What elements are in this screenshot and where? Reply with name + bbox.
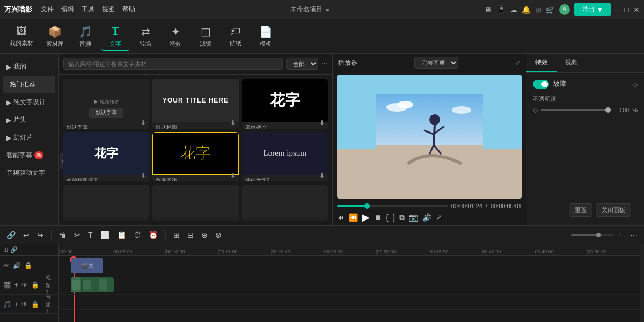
stop-button[interactable]: ⏹ — [374, 213, 382, 222]
tl-copy-button[interactable]: 📋 — [115, 230, 128, 240]
preview-title: 播放器 — [338, 58, 357, 68]
template-card-title[interactable]: YOUR TITLE HERE 默认标题 ⬇ — [152, 79, 238, 129]
minimize-button[interactable]: ─ — [615, 5, 620, 14]
audio-track-add-icon[interactable]: + — [14, 301, 18, 308]
template-card-yellow[interactable]: 花字 黄底黑边 ⬇ — [152, 132, 238, 182]
opacity-slider[interactable] — [541, 109, 611, 111]
maximize-button[interactable]: □ — [625, 5, 629, 14]
audio-label: 音频 — [79, 40, 91, 48]
tool-sticker[interactable]: 🏷 贴纸 — [222, 23, 250, 49]
opacity-pct: % — [632, 107, 638, 113]
tl-text-button[interactable]: T — [86, 230, 95, 240]
tl-more-options-button[interactable]: ⋯ — [628, 230, 640, 240]
tab-effects[interactable]: 特效 — [526, 54, 557, 72]
template-card-more-3[interactable] — [242, 185, 328, 221]
video-thumb-3 — [92, 277, 114, 292]
nav-slideshow[interactable]: ▶ 幻灯片 — [0, 129, 58, 147]
audio-track-eye-icon[interactable]: 👁 — [21, 301, 28, 308]
tl-cut-button[interactable]: ✂ — [72, 230, 83, 240]
library-label: 素材库 — [46, 40, 64, 48]
template-card-more-1[interactable] — [63, 185, 149, 221]
tl-insert-button[interactable]: ⊕ — [199, 230, 210, 240]
mark-button[interactable]: ⧉ — [399, 213, 405, 222]
tool-audio[interactable]: 🎵 音频 — [71, 23, 99, 50]
nav-hot[interactable]: 热门推荐 — [3, 76, 55, 93]
tool-my-media[interactable]: 🖼 我的素材 — [4, 23, 39, 49]
tl-undo-button[interactable]: ↩ — [21, 230, 32, 240]
tool-template[interactable]: 📄 模板 — [252, 23, 280, 50]
video-track-lock-icon[interactable]: 🔒 — [31, 281, 39, 289]
preview-expand-icon[interactable]: ⤢ — [515, 59, 521, 67]
frame-back-button[interactable]: ⏪ — [349, 213, 358, 222]
top-bar-right: 🖥 📱 ☁ 🔔 ⊞ 🛒 A 导出 ▼ ─ □ ✕ — [485, 3, 640, 16]
template-icon: 📄 — [259, 25, 273, 38]
menu-view[interactable]: 视图 — [102, 5, 115, 14]
in-point-button[interactable]: { — [386, 213, 389, 222]
nav-audio-driven[interactable]: 音频驱动文字 — [0, 164, 58, 182]
ruler-mark-1: 00:05:00 — [113, 249, 165, 255]
tl-split-button[interactable]: ⊟ — [185, 230, 196, 240]
template-card-lorem[interactable]: Lorem ipsum 基础文字6 ⬇ — [242, 132, 328, 182]
video-track-add-icon[interactable]: + — [14, 281, 18, 289]
progress-bar[interactable] — [337, 205, 448, 207]
nav-smart[interactable]: 智能字幕 新 — [0, 147, 58, 164]
nav-plain[interactable]: ▶ 纯文字设计 — [0, 93, 58, 111]
tl-rect-button[interactable]: ⬜ — [98, 230, 112, 240]
template-card-black[interactable]: 花字 黑白镂空 ⬇ — [242, 79, 328, 129]
opacity-row: ◇ 100 % — [533, 106, 638, 114]
menu-file[interactable]: 文件 — [41, 5, 54, 14]
tab-video[interactable]: 视频 — [557, 54, 587, 72]
filter-select[interactable]: 全部 — [286, 58, 318, 70]
tl-wave-button[interactable]: ⊗ — [213, 230, 224, 240]
tool-library[interactable]: 📦 素材库 — [41, 23, 69, 50]
template-card-subtitle[interactable]: ▶ 视频预览 默认字幕 默认字幕 ⬇ — [63, 79, 149, 129]
ruler-marks: 00:00 00:05:00 00:10:00 00:15:00 00:20:0… — [59, 244, 640, 255]
video-clip[interactable] — [71, 277, 114, 292]
menu-edit[interactable]: 编辑 — [61, 5, 74, 14]
play-button[interactable]: ▶ — [362, 211, 370, 223]
video-track-eye-icon[interactable]: 👁 — [21, 281, 28, 289]
tool-transition[interactable]: ⇄ 转场 — [131, 23, 159, 50]
preview-quality-select[interactable]: 完整画质 — [414, 57, 458, 69]
tl-zoom-out-icon[interactable]: − — [560, 231, 568, 239]
tl-timer-button[interactable]: ⏱ — [131, 230, 143, 240]
search-input[interactable] — [63, 58, 283, 70]
monitor-icon: 🖥 — [485, 5, 492, 14]
nav-header[interactable]: ▶ 片头 — [0, 111, 58, 129]
text-clip[interactable]: 🎬 文 — [71, 258, 103, 273]
tl-redo-button[interactable]: ↪ — [35, 230, 46, 240]
playback-controls: ⏮ ⏪ ▶ ⏹ { } ⧉ 📷 🔊 ⤢ — [337, 211, 522, 223]
menu-help[interactable]: 帮助 — [122, 5, 135, 14]
nav-my[interactable]: ▶ 我的 — [0, 58, 58, 76]
tl-snap2-button[interactable]: ⊞ — [171, 230, 182, 240]
template-card-more-2[interactable] — [152, 185, 238, 221]
tl-zoom-in-icon[interactable]: + — [617, 231, 625, 239]
more-options-icon[interactable]: ⋯ — [321, 60, 328, 68]
volume-button[interactable]: 🔊 — [422, 213, 431, 222]
tl-add-track-icon[interactable]: ⊞ — [3, 246, 8, 253]
menu-tools[interactable]: 工具 — [82, 5, 94, 14]
timeline-scrollbar[interactable] — [640, 244, 644, 322]
fullscreen-button[interactable]: ⤢ — [436, 213, 442, 222]
tl-zoom-slider[interactable] — [571, 234, 614, 236]
step-back-button[interactable]: ⏮ — [337, 213, 345, 222]
export-button[interactable]: 导出 ▼ — [574, 3, 611, 16]
text-track-audio-icon[interactable]: 🔊 — [13, 262, 21, 269]
text-track-lock-icon[interactable]: 🔒 — [24, 262, 32, 269]
screenshot-button[interactable]: 📷 — [409, 213, 418, 222]
audio-track-lock-icon[interactable]: 🔒 — [31, 301, 39, 308]
tl-link-icon[interactable]: 🔗 — [10, 246, 18, 253]
effect-toggle[interactable] — [533, 80, 549, 89]
out-point-button[interactable]: } — [393, 213, 396, 222]
template-card-dark-blue[interactable]: 花字 简约标题深蓝 ⬇ — [63, 132, 149, 182]
tool-text[interactable]: T 文字 — [101, 22, 129, 51]
tool-effects[interactable]: ✦ 特效 — [162, 23, 189, 50]
close-panel-button[interactable]: 关闭面板 — [596, 203, 631, 217]
tl-clock-button[interactable]: ⏰ — [147, 230, 160, 240]
text-track-eye-icon[interactable]: 👁 — [3, 262, 10, 269]
tool-filter[interactable]: ◫ 滤镜 — [192, 23, 219, 50]
tl-snap-button[interactable]: 🔗 — [4, 230, 18, 240]
tl-delete-button[interactable]: 🗑 — [57, 230, 69, 240]
reset-button[interactable]: 重置 — [569, 203, 592, 217]
close-button[interactable]: ✕ — [633, 5, 640, 14]
